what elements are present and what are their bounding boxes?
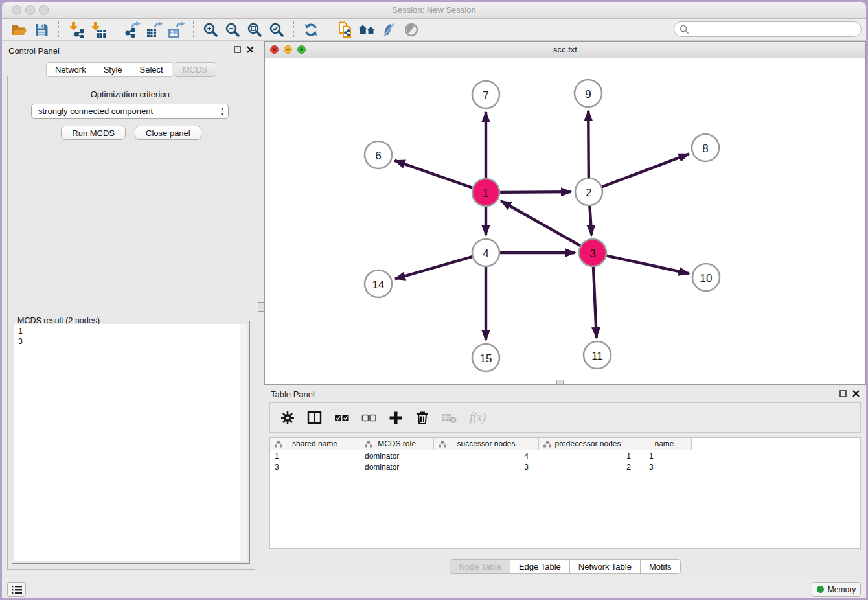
export-image-button[interactable] [165, 20, 187, 40]
list-icon [11, 585, 23, 594]
graph-node-label-4: 4 [483, 248, 488, 260]
graph-edge-2-8[interactable] [602, 154, 689, 187]
show-column-panel-icon[interactable] [307, 411, 322, 424]
table-row[interactable]: 3 dominator 3 2 3 [270, 461, 860, 472]
cell-shared-name[interactable]: 3 [270, 463, 360, 472]
search-field[interactable] [674, 21, 862, 37]
table-row[interactable]: 1 dominator 4 1 1 [270, 450, 860, 461]
tab-network-table[interactable]: Network Table [570, 559, 641, 574]
function-builder-icon: f(x) [470, 411, 486, 424]
cell-successor-nodes[interactable]: 3 [434, 463, 539, 472]
table-panel-title: Table Panel [271, 389, 315, 399]
eye-disabled-icon [403, 21, 420, 38]
float-panel-icon[interactable] [839, 390, 847, 397]
graph-node-label-6: 6 [375, 150, 381, 162]
graph-node-label-10: 10 [700, 272, 713, 284]
column-header-predecessor-nodes[interactable]: predecessor nodes [539, 438, 637, 450]
open-folder-icon [11, 23, 28, 37]
zoom-out-icon [225, 22, 240, 38]
status-bar: Memory [2, 579, 866, 598]
column-header-mcds-role[interactable]: MCDS role [360, 438, 434, 450]
float-panel-icon[interactable] [234, 46, 241, 53]
export-table-button[interactable] [143, 20, 165, 40]
zoom-fit-button[interactable] [244, 20, 266, 40]
column-namespace-icon [365, 441, 372, 448]
close-panel-icon[interactable] [852, 390, 860, 397]
graph-edge-1-6[interactable] [394, 161, 472, 188]
export-network-button[interactable] [121, 20, 143, 40]
network-canvas[interactable]: 7968124314101511 [265, 58, 865, 384]
window-close-button[interactable] [12, 5, 21, 15]
cell-predecessor-nodes[interactable]: 1 [539, 452, 637, 461]
result-scrollbar[interactable] [240, 324, 247, 561]
show-task-history-button[interactable] [7, 582, 26, 597]
mcds-result-textarea[interactable]: 1 3 [14, 324, 247, 561]
application-window: Session: New Session [0, 0, 868, 600]
tab-edge-table[interactable]: Edge Table [510, 559, 570, 574]
graph-edge-3-11[interactable] [593, 267, 597, 338]
criterion-dropdown[interactable]: strongly connected component ▴▾ [31, 104, 229, 119]
apply-layout-button[interactable] [300, 20, 322, 40]
zoom-in-button[interactable] [200, 20, 222, 40]
tab-motifs[interactable]: Motifs [641, 559, 681, 574]
memory-label: Memory [828, 585, 856, 594]
column-header-successor-nodes[interactable]: successor nodes [434, 438, 539, 450]
graph-edge-2-9[interactable] [588, 111, 589, 178]
graph-edge-3-10[interactable] [606, 256, 689, 274]
toolbar-separator [328, 21, 328, 38]
network-minimize-button[interactable]: − [284, 45, 292, 54]
cell-mcds-role[interactable]: dominator [360, 463, 434, 472]
toolbar-separator [293, 21, 294, 38]
save-session-button[interactable] [30, 20, 52, 40]
tab-node-table[interactable]: Node Table [450, 559, 510, 574]
tab-select[interactable]: Select [131, 62, 172, 77]
cell-successor-nodes[interactable]: 4 [434, 452, 539, 461]
select-all-columns-icon[interactable] [334, 413, 349, 422]
search-input[interactable] [692, 24, 861, 34]
cell-shared-name[interactable]: 1 [270, 452, 360, 461]
tab-mcds[interactable]: MCDS [174, 62, 216, 77]
column-header-name[interactable]: name [637, 438, 692, 450]
close-panel-button[interactable]: Close panel [135, 126, 201, 140]
network-maximize-button[interactable]: + [297, 45, 306, 54]
cell-name[interactable]: 1 [637, 452, 692, 461]
first-neighbors-button[interactable] [356, 20, 378, 40]
window-minimize-button[interactable] [25, 5, 35, 15]
graph-edge-3-1[interactable] [501, 201, 580, 246]
window-titlebar: Session: New Session [2, 2, 866, 19]
tab-style[interactable]: Style [95, 62, 131, 77]
network-close-button[interactable]: ✕ [270, 45, 279, 54]
cell-mcds-role[interactable]: dominator [360, 452, 434, 461]
table-panel-tabs: Node Table Edge Table Network Table Moti… [264, 559, 866, 574]
column-settings-gear-icon[interactable] [280, 411, 295, 425]
cell-name[interactable]: 3 [637, 463, 692, 472]
horizontal-splitter-handle[interactable] [556, 380, 564, 384]
import-table-button[interactable] [87, 20, 109, 40]
create-new-column-icon[interactable] [389, 411, 403, 425]
zoom-out-button[interactable] [222, 20, 244, 40]
network-frame-titlebar[interactable]: ✕ − + scc.txt [265, 42, 865, 58]
delete-columns-trash-icon[interactable] [415, 410, 429, 425]
criterion-value: strongly connected component [38, 106, 153, 116]
cell-predecessor-nodes[interactable]: 2 [539, 463, 637, 472]
export-image-icon [168, 21, 185, 38]
tab-network[interactable]: Network [46, 62, 95, 77]
import-network-button[interactable] [65, 20, 87, 40]
graph-edge-2-3[interactable] [589, 206, 591, 235]
mcds-result-group: MCDS result (2 nodes) 1 3 [12, 321, 250, 564]
graph-edge-1-2[interactable] [500, 192, 571, 192]
search-icon [680, 25, 689, 34]
duplicate-network-button[interactable] [334, 20, 356, 40]
dropdown-arrows-icon: ▴▾ [221, 106, 223, 117]
graph-edge-4-14[interactable] [395, 257, 472, 279]
window-zoom-button[interactable] [39, 5, 49, 15]
import-network-icon [67, 21, 84, 38]
unselect-all-columns-icon[interactable] [361, 413, 376, 422]
zoom-selected-button[interactable] [266, 20, 288, 40]
run-mcds-button[interactable]: Run MCDS [61, 126, 126, 140]
memory-button[interactable]: Memory [812, 582, 861, 597]
show-graphics-details-button[interactable] [378, 20, 400, 40]
open-session-button[interactable] [8, 20, 30, 40]
close-panel-icon[interactable] [247, 46, 254, 53]
column-header-shared-name[interactable]: shared name [270, 438, 360, 450]
